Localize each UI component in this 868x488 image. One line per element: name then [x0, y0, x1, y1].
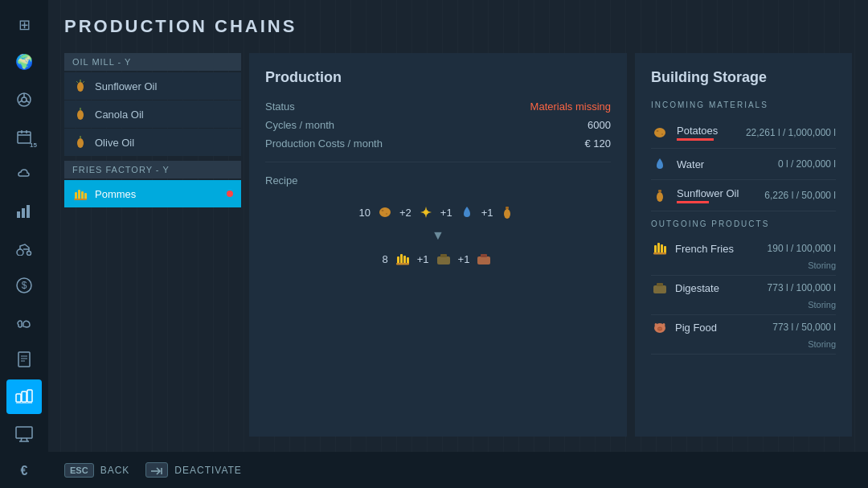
canola-oil-icon: [72, 106, 88, 122]
chain-item-olive-oil[interactable]: Olive Oil: [64, 129, 241, 156]
water-input-icon: [457, 203, 477, 222]
digestate-output-icon: [434, 249, 453, 269]
storage-item-potatoes: Potatoes 22,261 l / 1,000,000 l: [651, 117, 836, 149]
svg-rect-39: [81, 191, 84, 199]
svg-rect-64: [657, 243, 660, 254]
sidebar-item-tractor[interactable]: [6, 231, 42, 265]
potatoes-amount: 22,261 l / 1,000,000 l: [746, 127, 836, 138]
french-fries-status: Storing: [651, 257, 836, 272]
sidebar-item-weather[interactable]: [6, 157, 42, 191]
storage-item-water: Water 0 l / 200,000 l: [651, 149, 836, 180]
svg-point-42: [379, 207, 391, 217]
chain-item-canola-oil[interactable]: Canola Oil: [64, 100, 241, 128]
sidebar-item-stats[interactable]: [6, 194, 42, 228]
svg-rect-11: [27, 205, 30, 218]
svg-point-33: [77, 110, 84, 120]
svg-point-71: [657, 327, 662, 331]
svg-point-45: [424, 210, 428, 215]
svg-rect-10: [22, 208, 25, 218]
svg-point-72: [658, 328, 660, 330]
svg-rect-47: [506, 207, 509, 209]
potatoes-amount-col: 22,261 l / 1,000,000 l: [746, 127, 836, 138]
page-title: PRODUCTION CHAINS: [64, 16, 852, 37]
potatoes-icon: [651, 124, 669, 141]
sidebar-item-globe[interactable]: 🌍: [6, 45, 42, 79]
french-fries-icon: [651, 240, 669, 257]
sidebar-item-euro[interactable]: €: [6, 454, 42, 488]
svg-point-73: [660, 328, 661, 330]
sidebar-item-animals[interactable]: [6, 306, 42, 339]
oil-input-icon: [497, 203, 517, 222]
deactivate-label: DEACTIVATE: [174, 465, 242, 476]
sidebar-item-steering[interactable]: [6, 82, 42, 116]
svg-point-60: [661, 133, 663, 135]
svg-rect-9: [17, 211, 20, 218]
olive-oil-icon: [72, 134, 88, 150]
deactivate-button[interactable]: DEACTIVATE: [145, 462, 242, 477]
deactivate-key: [145, 462, 168, 477]
sidebar-item-calendar[interactable]: 15: [6, 120, 42, 154]
storage-item-french-fries: French Fries 190 l / 100,000 l Storing: [651, 236, 836, 276]
french-fries-amount: 190 l / 100,000 l: [768, 243, 836, 254]
chain-item-sunflower-oil[interactable]: Sunflower Oil: [64, 72, 241, 100]
section-oil-mill: OIL MILL - Y: [64, 53, 241, 71]
production-panel: Production Status Materials missing Cycl…: [249, 53, 627, 437]
svg-point-12: [17, 249, 23, 256]
recipe-arrow: ▼: [432, 228, 444, 243]
divider: [265, 162, 611, 162]
chain-item-label: Canola Oil: [95, 109, 144, 121]
production-title: Production: [265, 69, 611, 86]
svg-rect-53: [396, 263, 409, 265]
storage-title: Building Storage: [651, 69, 836, 86]
svg-rect-37: [75, 192, 77, 199]
plus1: +2: [399, 207, 411, 219]
svg-rect-62: [658, 190, 661, 192]
chain-item-label: Pommes: [95, 188, 136, 200]
fries-output-icon: [393, 249, 412, 269]
svg-line-31: [76, 81, 78, 83]
bottom-bar: ESC BACK DEACTIVATE: [48, 452, 868, 488]
svg-rect-21: [16, 394, 21, 402]
potato-icon: [375, 203, 395, 222]
sunflower-oil-warning-bar: [677, 201, 709, 203]
svg-point-59: [657, 130, 659, 132]
fries-qty: 8: [383, 253, 388, 265]
section-fries-factory: FRIES FACTORY - Y: [64, 161, 241, 178]
storage-item-digestate: Digestate 773 l / 100,000 l Storing: [651, 276, 836, 315]
svg-rect-68: [653, 285, 666, 293]
pommes-icon: [72, 186, 88, 202]
sidebar-item-book[interactable]: [6, 342, 42, 376]
potatoes-info: Potatoes: [677, 125, 738, 141]
svg-rect-38: [78, 190, 80, 199]
recipe-label: Recipe: [265, 174, 611, 187]
costs-value: € 120: [584, 137, 611, 150]
svg-point-35: [77, 138, 84, 148]
digestate-name: Digestate: [675, 282, 761, 294]
svg-line-3: [19, 100, 23, 102]
chain-item-label: Sunflower Oil: [95, 80, 157, 92]
chain-item-pommes[interactable]: Pommes: [64, 180, 241, 207]
pommes-alert-dot: [227, 191, 233, 197]
sunflower-oil-icon: [72, 78, 88, 94]
plus4: +1: [417, 253, 429, 265]
chain-item-label: Olive Oil: [95, 137, 134, 149]
back-button[interactable]: ESC BACK: [64, 463, 129, 478]
sidebar-item-money[interactable]: $: [6, 269, 42, 302]
svg-rect-56: [477, 256, 490, 265]
recipe-outputs-row: 8 +1: [383, 249, 494, 269]
cycles-row: Cycles / month 6000: [265, 119, 611, 131]
sidebar-item-grid[interactable]: ⊞: [6, 8, 42, 42]
french-fries-main: French Fries 190 l / 100,000 l: [651, 240, 836, 257]
svg-point-44: [386, 213, 387, 215]
svg-rect-69: [657, 283, 663, 286]
water-amount: 0 l / 200,000 l: [778, 158, 836, 170]
svg-rect-22: [22, 392, 27, 402]
sidebar-item-monitor[interactable]: [6, 417, 42, 451]
columns-layout: OIL MILL - Y Sunflower Oil: [64, 53, 852, 437]
svg-rect-55: [440, 254, 447, 257]
recipe-inputs-row: 10 +2: [359, 203, 518, 222]
recipe-area: 10 +2: [265, 203, 611, 269]
svg-line-32: [83, 81, 84, 83]
sidebar-item-production[interactable]: [6, 379, 42, 413]
svg-point-13: [27, 251, 31, 255]
